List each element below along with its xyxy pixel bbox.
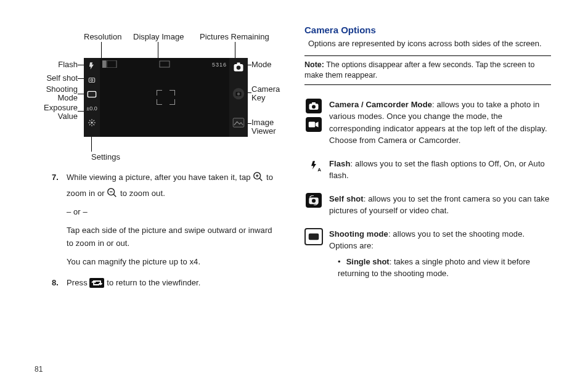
label-shooting-mode: Shooting Mode [35, 85, 78, 102]
resolution-indicator [102, 60, 117, 69]
option-flash: A Flash: allows you to set the flash opt… [304, 158, 551, 182]
label-mode: Mode [251, 60, 272, 69]
camcorder-mode-icon [306, 117, 322, 132]
svg-point-1 [91, 79, 93, 81]
section-heading: Camera Options [304, 25, 551, 35]
svg-line-11 [89, 124, 91, 125]
zoom-out-icon [107, 187, 118, 198]
pictures-remaining-count: 5316 [212, 62, 227, 68]
label-camera-key: Camera Key [251, 85, 280, 102]
svg-rect-20 [102, 60, 106, 68]
option-self-shot: Self shot: allows you to set the front c… [304, 193, 551, 217]
svg-rect-30 [89, 278, 104, 288]
label-flash: Flash [35, 60, 78, 69]
shooting-mode-icon [86, 89, 98, 100]
svg-line-28 [114, 194, 116, 197]
shooting-mode-option-icon [304, 228, 323, 245]
svg-point-18 [237, 92, 240, 96]
settings-icon [86, 117, 98, 128]
page-number: 81 [35, 365, 43, 374]
svg-line-9 [89, 120, 91, 121]
focus-brackets-icon [157, 90, 175, 105]
viewfinder: ±0.0 5316 [84, 58, 248, 137]
exposure-icon: ±0.0 [86, 103, 98, 114]
label-settings: Settings [91, 152, 120, 161]
camera-key-icon [232, 83, 245, 104]
flash-icon [86, 60, 98, 71]
label-resolution: Resolution [84, 32, 121, 41]
label-display-image: Display Image [133, 32, 184, 41]
self-shot-icon [86, 75, 98, 86]
svg-point-4 [91, 121, 93, 124]
label-image-viewer: Image Viewer [251, 118, 276, 136]
section-intro: Options are represented by icons across … [308, 39, 551, 48]
step-8: 8.Press to return to the viewfinder. [52, 277, 281, 289]
label-pictures-remaining: Pictures Remaining [200, 32, 269, 41]
svg-point-33 [312, 105, 316, 108]
note-box: Note: The options disappear after a few … [304, 55, 551, 85]
bullet-single-shot: • Single shot: takes a single photo and … [338, 256, 551, 280]
camera-mode-icon [306, 99, 322, 113]
option-shooting-mode: Shooting mode: allows you to set the sho… [304, 228, 551, 252]
label-self-shot: Self shot [35, 74, 78, 83]
svg-line-12 [93, 120, 94, 121]
label-exposure-value: Exposure Value [35, 104, 78, 121]
image-viewer-icon [232, 116, 245, 129]
step-7: 7.While viewing a picture, after you hav… [52, 171, 281, 268]
svg-rect-0 [89, 78, 94, 83]
back-icon [89, 278, 104, 288]
svg-rect-21 [107, 60, 116, 68]
svg-rect-14 [237, 63, 240, 65]
svg-rect-32 [312, 102, 316, 104]
zoom-in-icon [253, 171, 264, 182]
camera-diagram: Resolution Display Image Pictures Remain… [35, 25, 281, 160]
svg-line-10 [93, 124, 94, 125]
option-mode: Camera / Camcorder Mode: allows you to t… [304, 99, 551, 147]
flash-option-icon: A [306, 158, 322, 173]
svg-rect-3 [88, 92, 96, 97]
svg-line-24 [260, 178, 263, 181]
mode-icon [232, 60, 245, 74]
svg-point-15 [237, 66, 241, 70]
self-shot-option-icon [306, 193, 322, 208]
svg-rect-34 [309, 121, 316, 127]
svg-rect-22 [160, 61, 169, 67]
svg-rect-37 [309, 234, 319, 240]
display-image-indicator [159, 60, 170, 69]
svg-point-36 [312, 198, 316, 202]
